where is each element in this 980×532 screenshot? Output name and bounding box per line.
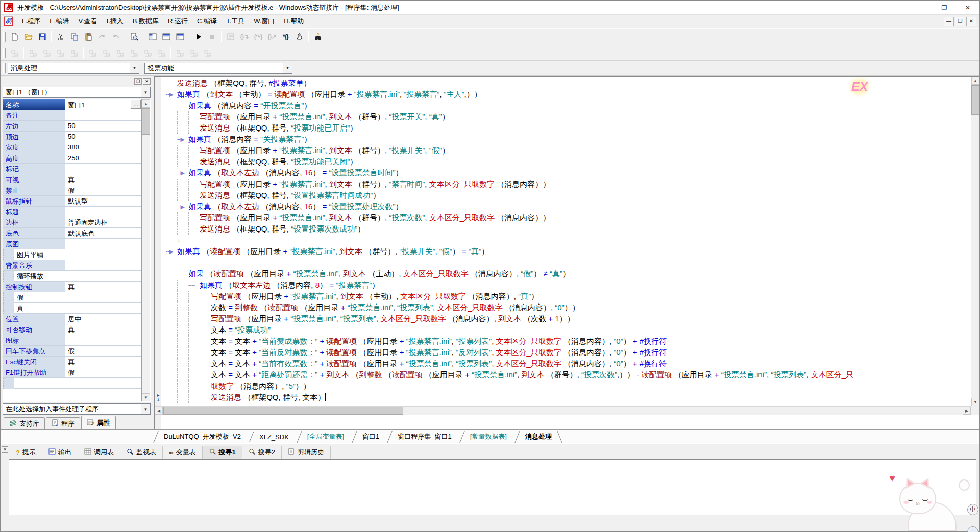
code-line[interactable]: 写配置项 （应用目录 + “投票禁言.ini”, 到文本 （群号）, “投票开关… xyxy=(166,111,970,122)
property-row[interactable]: F1键打开帮助假 xyxy=(3,367,141,378)
run-to-cursor-button[interactable]: *{} xyxy=(279,30,292,43)
property-value[interactable]: 默认型 xyxy=(65,196,141,206)
scrollbar-thumb[interactable] xyxy=(971,85,979,115)
property-label[interactable]: 最小化按钮 xyxy=(3,303,14,314)
panel-tab-libs[interactable]: 支持库 xyxy=(4,417,45,429)
minimize-button[interactable]: — xyxy=(909,1,933,14)
property-value[interactable] xyxy=(65,239,141,249)
property-row[interactable]: 可视真 xyxy=(3,174,141,185)
property-row[interactable]: 背景音乐 xyxy=(3,260,141,271)
property-label[interactable]: 高度 xyxy=(3,153,65,163)
code-line[interactable]: 文本 = 文本 + “距离处罚还需：” + 到文本 （到整数 （读配置项 （应用… xyxy=(166,369,970,381)
output-tab-搜寻2[interactable]: 搜寻2 xyxy=(242,446,282,459)
property-row[interactable]: 位置居中 xyxy=(3,314,141,324)
cut-button[interactable] xyxy=(54,30,67,43)
property-label[interactable]: 最大化按钮 xyxy=(3,292,14,303)
menu-item-run[interactable]: R.运行 xyxy=(163,15,192,28)
property-label[interactable]: 播放次数 xyxy=(3,271,14,282)
property-value[interactable]: 默认底色 xyxy=(65,228,141,238)
code-line[interactable]: 发送消息 （框架QQ, 群号, “投票功能已开启”） xyxy=(166,122,970,134)
scroll-up-icon[interactable]: ▲ xyxy=(142,99,150,108)
property-label[interactable]: Esc键关闭 xyxy=(3,357,65,367)
property-more-button[interactable]: … xyxy=(131,100,141,109)
menu-item-tools[interactable]: T.工具 xyxy=(222,15,249,28)
property-label[interactable]: 可否移动 xyxy=(3,324,65,335)
output-content[interactable] xyxy=(9,459,976,515)
property-label[interactable]: 回车下移焦点 xyxy=(3,346,65,356)
output-close-button[interactable]: ✕ xyxy=(2,446,8,453)
code-line[interactable] xyxy=(166,257,970,268)
property-label[interactable]: 鼠标指针 xyxy=(3,196,65,206)
menu-item-view[interactable]: V.查看 xyxy=(74,15,102,28)
code-line[interactable]: 取数字 （消息内容）, “5”）） xyxy=(166,381,970,392)
property-row[interactable]: 图标 xyxy=(3,335,141,346)
code-line[interactable]: ╌▶如果真 （取文本左边 （消息内容, 16） = “设置投票处理次数”） xyxy=(166,201,970,212)
property-value[interactable]: 图片平铺 xyxy=(14,249,141,260)
code-line[interactable]: ╌▶如果真 （读配置项 （应用目录 + “投票禁言.ini”, 到文本 （群号）… xyxy=(166,246,970,257)
code-line[interactable]: 发送消息 （框架QQ, 群号, “设置投票禁言时间成功”） xyxy=(166,190,970,201)
menu-item-compile[interactable]: C.编译 xyxy=(192,15,222,28)
property-row[interactable]: 备注 xyxy=(3,110,141,121)
panel-tab-props[interactable]: 属性 xyxy=(81,416,116,429)
property-value[interactable]: 50 xyxy=(65,132,141,142)
property-value[interactable]: 假 xyxy=(65,367,141,377)
menu-item-database[interactable]: B.数据库 xyxy=(128,15,163,28)
run-button[interactable] xyxy=(191,30,205,43)
code-line[interactable]: 文本 = 文本 + “当前反对票数：” + 读配置项 （应用目录 + “投票禁言… xyxy=(166,347,970,358)
find-in-files-button[interactable] xyxy=(127,30,141,43)
property-value[interactable] xyxy=(65,164,141,174)
mdi-close-button[interactable]: ✕ xyxy=(966,17,976,26)
output-tab-变量表[interactable]: ∞变量表 xyxy=(163,446,203,459)
property-row[interactable]: 底色默认底色 xyxy=(3,228,141,239)
panel-tab-prog[interactable]: 程序 xyxy=(46,417,80,429)
property-row[interactable]: 底图方式图片平铺 xyxy=(3,249,141,260)
program-tab[interactable]: DuLuNTQQ_开发模板_V2 xyxy=(154,430,249,443)
code-line[interactable]: 发送消息 （框架QQ, 群号, “投票功能已关闭”） xyxy=(166,156,970,167)
property-label[interactable]: 可视 xyxy=(3,174,65,185)
property-label[interactable]: 左边 xyxy=(3,121,65,131)
code-line[interactable]: ╌╌如果真 （取文本左边 （消息内容, 8） = “投票禁言”） xyxy=(166,280,970,291)
property-value[interactable] xyxy=(65,207,141,217)
scrollbar-thumb[interactable] xyxy=(142,108,150,135)
property-row[interactable]: 左边50 xyxy=(3,121,141,132)
chevron-down-icon[interactable]: ▼ xyxy=(283,63,292,73)
ime-badge[interactable]: 中 xyxy=(967,504,978,515)
program-tab[interactable]: XLZ_SDK xyxy=(249,431,297,443)
property-label[interactable]: 顶边 xyxy=(3,132,65,142)
panel-close-button[interactable]: ✕ xyxy=(143,78,151,85)
property-value[interactable]: 50 xyxy=(65,121,141,131)
property-value[interactable]: 真 xyxy=(65,357,141,367)
property-row[interactable]: 控制按钮真 xyxy=(3,282,141,292)
property-grid-scrollbar[interactable]: ▲ ▼ xyxy=(141,99,150,401)
code-line[interactable]: 写配置项 （应用目录 + “投票禁言.ini”, “投票列表”, 文本区分_只取… xyxy=(166,313,970,324)
code-line[interactable]: 文本 = 文本 + “当前赞成票数：” + 读配置项 （应用目录 + “投票禁言… xyxy=(166,336,970,347)
property-row[interactable]: 回车下移焦点假 xyxy=(3,346,141,357)
property-label[interactable]: F1键打开帮助 xyxy=(3,367,65,377)
program-tab[interactable]: 窗口1 xyxy=(352,430,387,443)
property-row[interactable]: 顶边50 xyxy=(3,132,141,142)
program-tab[interactable]: 消息处理 xyxy=(515,430,560,443)
property-row[interactable]: 最小化按钮真 xyxy=(3,303,141,314)
menu-item-edit[interactable]: E.编辑 xyxy=(45,15,74,28)
code-line[interactable]: 写配置项 （应用目录 + “投票禁言.ini”, 到文本 （群号）, “投票开关… xyxy=(166,145,970,156)
mdi-restore-button[interactable]: ❐ xyxy=(955,17,965,26)
code-line[interactable]: ╌╌如果 （读配置项 （应用目录 + “投票禁言.ini”, 到文本 （主动）,… xyxy=(166,268,970,280)
code-line[interactable]: 写配置项 （应用目录 + “投票禁言.ini”, 到文本 （群号）, “禁言时间… xyxy=(166,179,970,190)
module-combo[interactable]: 消息处理 ▼ xyxy=(8,63,139,74)
property-value[interactable] xyxy=(65,260,141,270)
property-label[interactable]: 控制按钮 xyxy=(3,282,65,292)
property-value[interactable]: 真 xyxy=(14,303,141,313)
object-selector[interactable]: 窗口1 （窗口） ▼ xyxy=(3,87,151,98)
scroll-up-icon[interactable]: ▲ xyxy=(971,77,979,85)
property-row[interactable]: 标题 xyxy=(3,207,141,217)
property-value[interactable]: 380 xyxy=(65,142,141,153)
code-line[interactable]: 发送消息 （框架QQ, 群号, “设置投票次数成功”） xyxy=(166,223,970,235)
property-row[interactable]: 禁止假 xyxy=(3,185,141,196)
property-label[interactable]: 底图方式 xyxy=(3,249,14,261)
property-label[interactable]: 边框 xyxy=(3,217,65,227)
chevron-down-icon[interactable]: ▼ xyxy=(141,87,150,97)
property-label[interactable]: 图标 xyxy=(3,335,65,345)
chevron-down-icon[interactable]: ▼ xyxy=(130,63,139,73)
scroll-down-icon[interactable]: ▼ xyxy=(971,398,979,406)
property-value[interactable]: 假 xyxy=(14,292,141,302)
